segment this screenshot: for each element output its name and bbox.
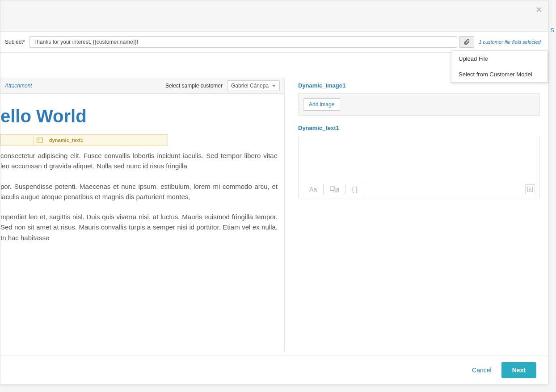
content-area: Attachment Select sample customer Gabrie…: [0, 53, 548, 352]
preview-toolbar: Attachment Select sample customer Gabrie…: [0, 78, 284, 94]
modal-header: ×: [0, 0, 548, 32]
dynamic-text-label: Dynamic_text1: [298, 125, 540, 131]
close-icon[interactable]: ×: [536, 4, 542, 16]
dynamic-image-label: Dynamic_image1: [298, 82, 540, 89]
braces-icon: { }: [352, 186, 358, 193]
preview-title: ello World: [0, 106, 284, 126]
editor-toolbar: Aa { }: [303, 184, 535, 194]
paperclip-icon: [463, 38, 470, 46]
sample-customer-row: Select sample customer Gabriel Cánepa: [165, 80, 280, 91]
variable-tool[interactable]: { }: [345, 184, 364, 194]
sample-customer-label: Select sample customer: [165, 83, 223, 89]
sample-customer-value: Gabriel Cánepa: [231, 83, 269, 89]
preview-pane: Attachment Select sample customer Gabrie…: [0, 78, 285, 352]
modal-footer: Cancel Next: [0, 355, 548, 384]
preview-paragraph-3: mperdiet leo et, sagittis nisl. Duis qui…: [0, 212, 284, 243]
cancel-button[interactable]: Cancel: [472, 367, 492, 374]
attachment-dropdown: Upload File Select from Customer Model: [451, 50, 548, 83]
attachment-hint: 1 customer file field selected: [479, 39, 541, 45]
dynamic-content-pane: Dynamic_image1 Add image Dynamic_text1 A…: [285, 53, 548, 352]
subject-row: Subject* 1 customer file field selected: [0, 32, 548, 53]
preview-paragraph-2: por. Suspendisse potenti. Maecenas et nu…: [0, 181, 284, 202]
preview-paragraph-1: consectetur adipiscing elit. Fusce conva…: [0, 150, 284, 171]
email-composer-modal: × Subject* 1 customer file field selecte…: [0, 0, 548, 385]
placeholder-stripe: [1, 135, 34, 146]
placeholder-icon-cell: [34, 135, 46, 146]
sidebar-peek: S: [550, 27, 554, 33]
dropdown-upload-file[interactable]: Upload File: [451, 51, 548, 67]
preview-body: ello World dynamic_text1 consectetur adi…: [0, 94, 284, 348]
dynamic-image-box: Add image: [298, 93, 540, 116]
placeholder-label: dynamic_text1: [46, 135, 83, 146]
sample-customer-select[interactable]: Gabriel Cánepa: [227, 80, 280, 91]
add-image-button[interactable]: Add image: [303, 98, 340, 111]
subject-label: Subject*: [5, 39, 29, 45]
image-tool[interactable]: [324, 184, 345, 194]
subject-input[interactable]: [29, 36, 457, 48]
image-icon: [330, 186, 339, 192]
text-style-tool[interactable]: Aa: [303, 184, 324, 194]
next-button[interactable]: Next: [501, 362, 536, 378]
format-icon: [527, 187, 533, 192]
dropdown-select-from-model[interactable]: Select from Customer Model: [451, 67, 548, 82]
attachment-button[interactable]: [459, 36, 474, 48]
text-aa-icon: Aa: [309, 186, 317, 193]
dynamic-text-editor[interactable]: Aa { }: [298, 136, 540, 198]
text-block-icon: [37, 138, 43, 143]
attachment-link[interactable]: Attachment: [5, 83, 32, 89]
dynamic-text-placeholder[interactable]: dynamic_text1: [0, 134, 168, 146]
format-tool[interactable]: [525, 184, 535, 194]
